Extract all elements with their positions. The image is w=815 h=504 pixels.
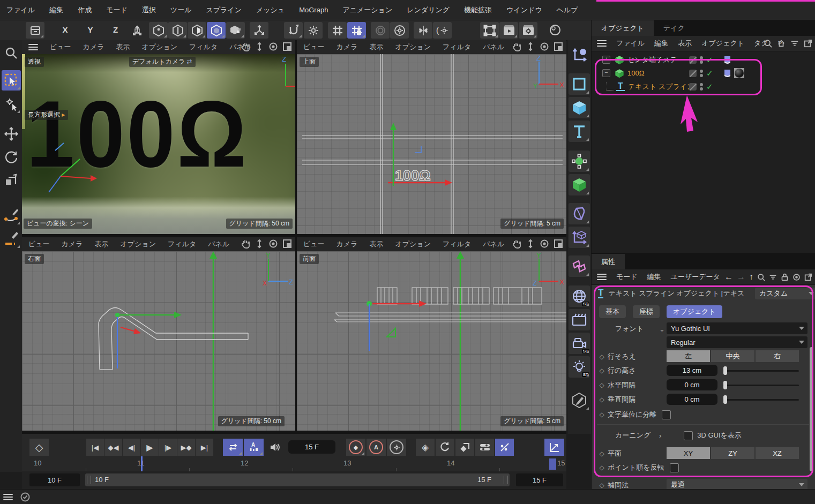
menu-item[interactable]: レンダリング	[407, 5, 450, 15]
object-manager-menu-item[interactable]: オブジェクト	[701, 39, 744, 48]
tweak-mode-icon[interactable]	[2, 94, 21, 114]
viewport-menu-item[interactable]: オプション	[142, 42, 178, 52]
font-family-dropdown[interactable]: Yu Gothic UI	[667, 322, 807, 334]
viewport-menu-item[interactable]: オプション	[395, 42, 431, 52]
viewport-menu-item[interactable]: オプション	[395, 239, 431, 249]
quantize-lock-icon[interactable]	[347, 22, 366, 39]
tab-takes[interactable]: テイク	[654, 20, 694, 36]
menu-item[interactable]: 編集	[49, 5, 63, 15]
line-height-field[interactable]: 13 cm	[667, 365, 717, 376]
v-spacing-slider[interactable]	[723, 394, 799, 405]
menu-item[interactable]: スプライン	[206, 5, 242, 15]
layer-icon[interactable]	[689, 56, 697, 64]
edges-mode-icon[interactable]	[168, 22, 187, 39]
falloff-settings-icon[interactable]	[390, 22, 409, 39]
right-view-canvas[interactable]: Y Z X 右面 グリッド間隔: 50 cm	[22, 251, 295, 431]
viewport-menu-item[interactable]: ビュー	[303, 239, 325, 249]
enabled-check-icon[interactable]: ✓	[706, 82, 713, 92]
menu-item[interactable]: ヘルプ	[557, 5, 578, 15]
viewport-front[interactable]: ビューカメラ表示オプションフィルタパネル	[297, 237, 566, 431]
tab-objects[interactable]: オブジェクト	[592, 20, 654, 36]
dolly-icon[interactable]	[526, 239, 535, 249]
autokey-meter-button[interactable]: A	[244, 439, 264, 456]
align-center-button[interactable]: 中央	[711, 350, 754, 362]
subdivision-surface-icon[interactable]	[569, 203, 590, 224]
mograph-cloner-icon[interactable]	[569, 151, 590, 172]
material-tag-icon[interactable]	[734, 68, 744, 78]
visibility-dots-icon[interactable]	[700, 70, 703, 77]
viewport-menu-item[interactable]: オプション	[121, 239, 156, 249]
object-name[interactable]: センタ端子ステー	[627, 55, 684, 65]
sound-button[interactable]	[265, 439, 285, 456]
viewport-menu-item[interactable]: カメラ	[337, 239, 358, 249]
tab-basic[interactable]: 基本	[599, 305, 626, 318]
viewport-menu-item[interactable]: カメラ	[62, 239, 83, 249]
anim-diamond-icon[interactable]: ◇	[598, 396, 605, 403]
camera-swap-icon[interactable]: ⇄	[187, 58, 192, 65]
autokeying-button[interactable]: A	[367, 439, 386, 456]
keyframe-settings-button[interactable]	[387, 439, 406, 456]
maximize-view-icon[interactable]	[282, 239, 292, 249]
font-style-dropdown[interactable]: Regular	[667, 336, 807, 348]
range-slider[interactable]: 10 F 15 F	[85, 473, 510, 486]
menu-item[interactable]: ファイル	[6, 5, 35, 15]
viewport-menu-item[interactable]: ビュー	[50, 42, 71, 52]
timeline-ruler[interactable]: 101112131415	[22, 457, 566, 471]
object-name[interactable]: テキスト スプライン	[628, 82, 694, 92]
status-menu-icon[interactable]	[3, 494, 13, 500]
modeling-settings-icon[interactable]: (	[433, 22, 452, 39]
motion-camera-icon[interactable]: ST	[569, 333, 590, 354]
panel-menu-icon[interactable]	[597, 274, 607, 280]
line-height-slider[interactable]	[723, 365, 799, 377]
enabled-check-icon[interactable]: ✓	[706, 69, 713, 78]
lock-x-axis-button[interactable]: X	[56, 22, 74, 39]
viewport-menu-item[interactable]: フィルタ	[189, 42, 218, 52]
lock-y-axis-button[interactable]: Y	[81, 22, 100, 39]
text-spline-icon[interactable]	[569, 121, 590, 142]
fcurve-mode-button[interactable]	[544, 439, 564, 456]
history-back-icon[interactable]: ←	[724, 272, 733, 282]
range-start-field[interactable]: 10 F	[29, 473, 80, 486]
maximize-view-icon[interactable]	[554, 42, 563, 51]
render-view-icon[interactable]	[499, 22, 518, 39]
viewport-menu-item[interactable]: カメラ	[337, 42, 358, 52]
history-forward-icon[interactable]: →	[737, 272, 745, 282]
anim-diamond-icon[interactable]: ◇	[598, 367, 605, 374]
sky-object-icon[interactable]: ST	[569, 285, 590, 307]
last-tool-icon[interactable]	[26, 22, 44, 39]
quantize-icon[interactable]	[328, 22, 347, 39]
dolly-icon[interactable]	[255, 42, 264, 51]
attribute-menu-item[interactable]: ユーザーデータ	[671, 272, 720, 282]
viewport-menu-item[interactable]: フィルタ	[443, 42, 471, 52]
plane-xz-button[interactable]: XZ	[756, 447, 799, 459]
orbit-icon[interactable]	[268, 42, 278, 51]
menu-item[interactable]: ウインドウ	[506, 5, 542, 15]
anim-diamond-icon[interactable]: ◇	[598, 353, 605, 360]
snap-icon[interactable]	[284, 22, 303, 39]
object-manager-menu-item[interactable]: 編集	[654, 39, 668, 48]
filter-icon[interactable]	[790, 39, 799, 48]
axis-modification-icon[interactable]	[250, 22, 268, 39]
rotate-tool-icon[interactable]	[2, 147, 21, 167]
prev-frame-button[interactable]: ◀|	[123, 439, 140, 456]
render-region-icon[interactable]	[480, 22, 499, 39]
object-name[interactable]: 100Ω	[627, 69, 644, 77]
visibility-dots-icon[interactable]	[700, 83, 703, 91]
snap-settings-gear-icon[interactable]	[304, 22, 323, 39]
key-pla-button[interactable]	[495, 439, 514, 456]
attribute-menu-item[interactable]: モード	[616, 272, 638, 282]
range-end-field[interactable]: 15 F	[516, 473, 563, 486]
parent-up-icon[interactable]: ↑	[749, 272, 753, 282]
viewport-menu-item[interactable]: 表示	[370, 42, 384, 52]
play-button[interactable]: ▶	[141, 439, 159, 456]
search-icon[interactable]	[757, 273, 765, 281]
range-grip-left[interactable]	[87, 476, 91, 484]
playhead[interactable]	[141, 456, 143, 471]
preset-dropdown[interactable]: カスタム	[755, 288, 815, 299]
points-mode-icon[interactable]	[149, 22, 168, 39]
symmetry-icon[interactable]	[414, 22, 432, 39]
key-parameters-button[interactable]	[475, 439, 494, 456]
render-settings-icon[interactable]	[519, 22, 537, 39]
search-commander-icon[interactable]	[2, 43, 21, 63]
object-row-text-spline[interactable]: T テキスト スプライン ✓	[592, 80, 815, 93]
